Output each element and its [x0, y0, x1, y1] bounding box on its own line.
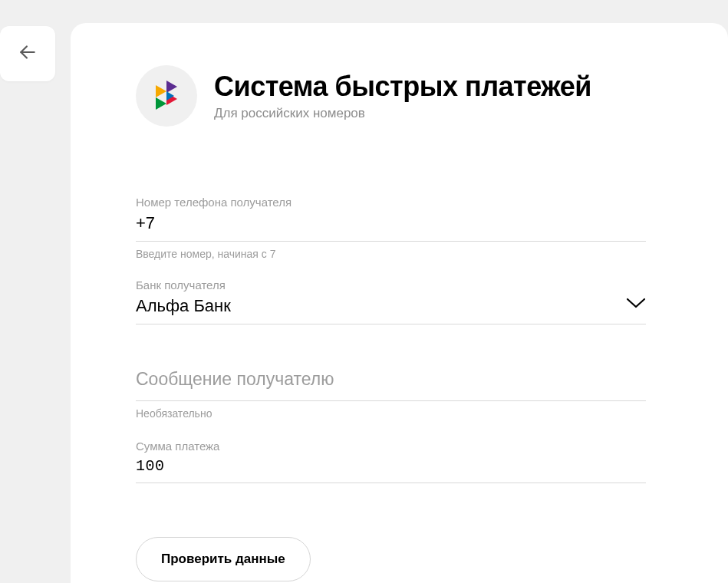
phone-label: Номер телефона получателя: [136, 196, 646, 209]
header: Система быстрых платежей Для российских …: [136, 65, 670, 127]
amount-field-group: Сумма платежа: [136, 440, 646, 483]
phone-hint: Введите номер, начиная с 7: [136, 248, 646, 260]
bank-label: Банк получателя: [136, 278, 646, 292]
phone-field-group: Номер телефона получателя Введите номер,…: [136, 196, 646, 260]
svg-marker-2: [166, 81, 177, 93]
svg-marker-1: [156, 85, 166, 97]
sbp-logo-icon: [150, 77, 183, 114]
svg-marker-4: [156, 97, 166, 110]
logo-circle: [136, 65, 197, 127]
submit-button[interactable]: Проверить данные: [136, 537, 311, 581]
message-field-group: Необязательно: [136, 367, 646, 420]
message-hint: Необязательно: [136, 407, 646, 420]
page-subtitle: Для российских номеров: [214, 106, 591, 121]
phone-input[interactable]: [136, 212, 646, 242]
amount-input[interactable]: [136, 456, 646, 483]
page-title: Система быстрых платежей: [214, 71, 591, 102]
message-input[interactable]: [136, 367, 646, 401]
amount-label: Сумма платежа: [136, 440, 646, 453]
back-button[interactable]: [0, 26, 55, 81]
bank-field-group: Банк получателя Альфа Банк: [136, 278, 646, 324]
bank-select[interactable]: Альфа Банк: [136, 295, 646, 324]
payment-form-card: Система быстрых платежей Для российских …: [71, 23, 728, 583]
arrow-left-icon: [18, 42, 38, 65]
